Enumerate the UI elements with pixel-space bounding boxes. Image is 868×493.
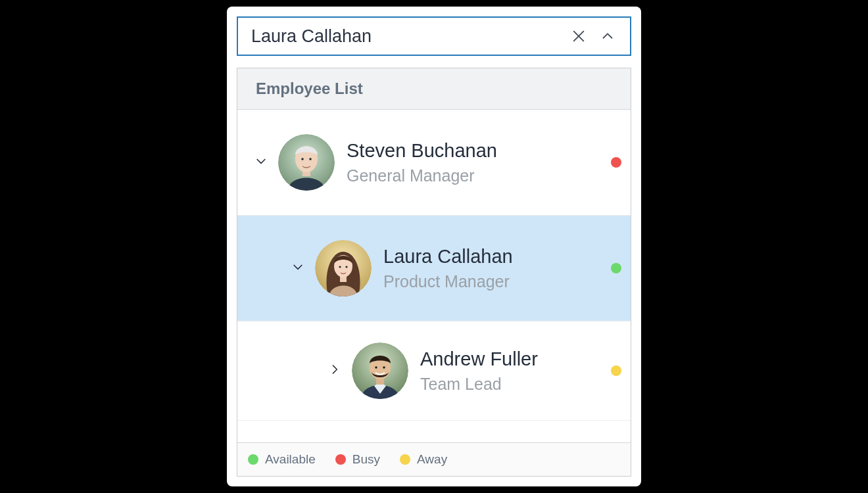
item-text: Steven Buchanan General Manager bbox=[347, 139, 602, 185]
svg-point-15 bbox=[375, 366, 377, 368]
svg-point-11 bbox=[345, 266, 347, 268]
expander-button[interactable] bbox=[285, 260, 311, 276]
expander-button[interactable] bbox=[248, 154, 274, 170]
svg-point-5 bbox=[301, 158, 304, 160]
employee-combobox[interactable] bbox=[237, 16, 631, 56]
tree-item-laura-callahan[interactable]: Laura Callahan Product Manager bbox=[237, 216, 631, 321]
legend-available: Available bbox=[248, 452, 316, 467]
tree-item-steven-buchanan[interactable]: Steven Buchanan General Manager bbox=[237, 110, 631, 216]
employee-name: Laura Callahan bbox=[383, 245, 602, 268]
status-dot-away bbox=[611, 365, 621, 376]
status-dot-busy bbox=[335, 454, 346, 465]
close-icon bbox=[571, 29, 586, 43]
employee-title: Product Manager bbox=[383, 272, 602, 291]
chevron-up-icon bbox=[600, 29, 615, 43]
svg-point-10 bbox=[339, 266, 341, 268]
legend-label: Available bbox=[265, 452, 316, 467]
avatar bbox=[352, 342, 408, 399]
status-legend: Available Busy Away bbox=[237, 442, 631, 476]
legend-away: Away bbox=[400, 452, 447, 467]
employee-dropdown-popup: Employee List bbox=[237, 68, 631, 477]
legend-label: Away bbox=[417, 452, 447, 467]
svg-point-6 bbox=[309, 158, 312, 160]
svg-point-16 bbox=[383, 366, 385, 368]
employee-title: General Manager bbox=[347, 166, 602, 185]
item-text: Andrew Fuller Team Lead bbox=[420, 348, 602, 394]
expander-button[interactable] bbox=[322, 363, 348, 379]
status-dot-away bbox=[400, 454, 410, 465]
status-indicator bbox=[602, 157, 631, 168]
chevron-down-icon bbox=[254, 154, 268, 170]
dropdown-header: Employee List bbox=[237, 68, 631, 110]
employee-name: Steven Buchanan bbox=[347, 139, 602, 162]
clear-button[interactable] bbox=[564, 22, 593, 51]
dropdown-tree-panel: Employee List bbox=[227, 7, 641, 486]
employee-name: Andrew Fuller bbox=[420, 348, 602, 371]
item-text: Laura Callahan Product Manager bbox=[383, 245, 602, 291]
chevron-down-icon bbox=[291, 260, 304, 276]
tree-item-andrew-fuller[interactable]: Andrew Fuller Team Lead bbox=[237, 321, 631, 421]
employee-title: Team Lead bbox=[420, 375, 602, 394]
status-dot-available bbox=[611, 263, 621, 273]
chevron-right-icon bbox=[328, 363, 341, 379]
status-indicator bbox=[602, 365, 631, 376]
avatar bbox=[315, 240, 372, 296]
avatar bbox=[278, 134, 335, 191]
legend-busy: Busy bbox=[335, 452, 380, 467]
status-indicator bbox=[602, 263, 631, 273]
employee-input[interactable] bbox=[250, 26, 564, 47]
legend-label: Busy bbox=[352, 452, 380, 467]
toggle-dropdown-button[interactable] bbox=[593, 22, 622, 51]
employee-tree-list[interactable]: Steven Buchanan General Manager bbox=[237, 110, 631, 442]
status-dot-busy bbox=[611, 157, 621, 168]
status-dot-available bbox=[248, 454, 258, 465]
